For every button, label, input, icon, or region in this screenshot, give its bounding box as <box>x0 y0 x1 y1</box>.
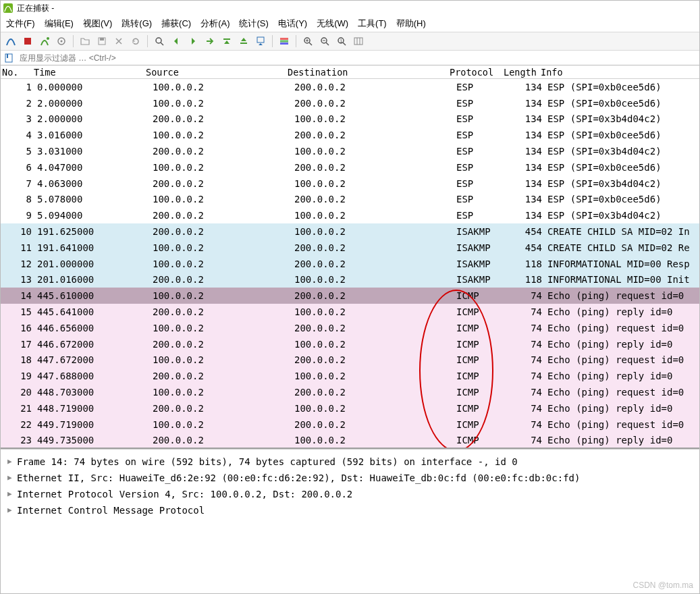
detail-ethernet[interactable]: ▶ Ethernet II, Src: HuaweiTe_d6:2e:92 (0… <box>7 470 693 486</box>
find-packet-button[interactable] <box>152 34 167 49</box>
save-file-button[interactable] <box>95 34 109 49</box>
menu-edit[interactable]: 编辑(E) <box>45 18 74 30</box>
menu-view[interactable]: 视图(V) <box>83 18 112 30</box>
cell-time: 2.000000 <box>34 98 153 109</box>
header-protocol[interactable]: Protocol <box>450 67 504 78</box>
packet-row[interactable]: 18447.672000100.0.0.2200.0.0.2ICMP74Echo… <box>1 352 699 369</box>
cell-destination: 200.0.0.2 <box>294 242 456 253</box>
menu-stats[interactable]: 统计(S) <box>239 18 268 30</box>
packet-row[interactable]: 22.000000100.0.0.2200.0.0.2ESP134ESP (SP… <box>1 95 699 111</box>
packet-row[interactable]: 10.000000100.0.0.2200.0.0.2ESP134ESP (SP… <box>1 79 699 95</box>
cell-time: 191.625000 <box>34 226 153 237</box>
packet-row[interactable]: 21448.719000200.0.0.2100.0.0.2ICMP74Echo… <box>1 400 699 416</box>
display-filter-input[interactable] <box>17 52 699 64</box>
packet-row[interactable]: 32.000000200.0.0.2100.0.0.2ESP134ESP (SP… <box>1 111 699 128</box>
packet-details-pane[interactable]: ▶ Frame 14: 74 bytes on wire (592 bits),… <box>1 449 699 593</box>
cell-time: 446.672000 <box>34 339 153 350</box>
cell-length: 74 <box>510 403 547 414</box>
cell-destination: 100.0.0.2 <box>294 226 456 237</box>
go-first-button[interactable] <box>219 34 234 49</box>
svg-point-3 <box>61 40 63 43</box>
packet-row[interactable]: 20448.703000100.0.0.2200.0.0.2ICMP74Echo… <box>1 384 699 400</box>
menu-help[interactable]: 帮助(H) <box>396 18 426 30</box>
header-no[interactable]: No. <box>1 67 31 78</box>
cell-destination: 100.0.0.2 <box>294 178 456 189</box>
reload-button[interactable] <box>128 34 143 49</box>
header-info[interactable]: Info <box>541 67 699 78</box>
header-source[interactable]: Source <box>146 67 288 78</box>
detail-icmp[interactable]: ▶ Internet Control Message Protocol <box>7 502 693 518</box>
packet-row[interactable]: 12201.000000100.0.0.2200.0.0.2ISAKMP118I… <box>1 256 699 272</box>
detail-ip[interactable]: ▶ Internet Protocol Version 4, Src: 100.… <box>7 486 693 502</box>
zoom-out-button[interactable] <box>317 34 332 49</box>
menu-telephony[interactable]: 电话(Y) <box>278 18 307 30</box>
open-file-button[interactable] <box>78 34 92 49</box>
menu-analyze[interactable]: 分析(A) <box>200 18 230 30</box>
go-next-button[interactable] <box>186 34 200 49</box>
cell-time: 3.031000 <box>34 146 153 157</box>
cell-protocol: ISAKMP <box>456 259 510 269</box>
packet-row[interactable]: 23449.735000200.0.0.2100.0.0.2ICMP74Echo… <box>1 433 699 449</box>
resize-columns-button[interactable] <box>351 34 366 49</box>
cell-info: Echo (ping) request id=0 <box>547 419 699 430</box>
cell-length: 74 <box>510 339 547 350</box>
packet-list[interactable]: 10.000000100.0.0.2200.0.0.2ESP134ESP (SP… <box>1 79 699 449</box>
packet-row[interactable]: 22449.719000100.0.0.2200.0.0.2ICMP74Echo… <box>1 416 699 433</box>
packet-row[interactable]: 15445.641000200.0.0.2100.0.0.2ICMP74Echo… <box>1 304 699 320</box>
expander-icon[interactable]: ▶ <box>7 502 13 518</box>
expander-icon[interactable]: ▶ <box>7 470 13 486</box>
packet-row[interactable]: 14445.610000100.0.0.2200.0.0.2ICMP74Echo… <box>1 288 699 304</box>
menu-file[interactable]: 文件(F) <box>6 18 35 30</box>
header-length[interactable]: Length <box>504 67 541 78</box>
packet-row[interactable]: 11191.641000100.0.0.2200.0.0.2ISAKMP454C… <box>1 240 699 256</box>
restart-capture-button[interactable] <box>37 34 52 49</box>
cell-source: 100.0.0.2 <box>153 323 294 333</box>
packet-row[interactable]: 64.047000100.0.0.2200.0.0.2ESP134ESP (SP… <box>1 159 699 176</box>
menu-goto[interactable]: 跳转(G) <box>122 18 152 30</box>
packet-row[interactable]: 85.078000100.0.0.2200.0.0.2ESP134ESP (SP… <box>1 192 699 208</box>
start-capture-button[interactable] <box>3 34 18 49</box>
detail-frame[interactable]: ▶ Frame 14: 74 bytes on wire (592 bits),… <box>7 454 693 470</box>
cell-no: 14 <box>1 290 34 301</box>
expander-icon[interactable]: ▶ <box>7 486 13 502</box>
cell-length: 118 <box>510 274 547 285</box>
packet-row[interactable]: 53.031000200.0.0.2100.0.0.2ESP134ESP (SP… <box>1 143 699 159</box>
go-prev-button[interactable] <box>169 34 184 49</box>
go-last-button[interactable] <box>236 34 251 49</box>
packet-row[interactable]: 10191.625000200.0.0.2100.0.0.2ISAKMP454C… <box>1 223 699 240</box>
cell-source: 100.0.0.2 <box>153 419 294 430</box>
cell-info: ESP (SPI=0x3b4d04c2) <box>547 210 699 221</box>
cell-source: 200.0.0.2 <box>153 226 294 237</box>
header-destination[interactable]: Destination <box>288 67 450 78</box>
expander-icon[interactable]: ▶ <box>7 454 13 470</box>
menu-wireless[interactable]: 无线(W) <box>317 18 348 30</box>
stop-capture-button[interactable] <box>20 34 35 49</box>
menu-capture[interactable]: 捕获(C) <box>161 18 191 30</box>
packet-row[interactable]: 19447.688000200.0.0.2100.0.0.2ICMP74Echo… <box>1 368 699 384</box>
svg-rect-11 <box>280 38 288 40</box>
menu-tools[interactable]: 工具(T) <box>358 18 387 30</box>
cell-length: 74 <box>510 323 547 333</box>
cell-no: 3 <box>1 113 34 124</box>
capture-options-button[interactable] <box>54 34 69 49</box>
zoom-reset-button[interactable]: 1 <box>334 34 349 49</box>
packet-row[interactable]: 95.094000200.0.0.2100.0.0.2ESP134ESP (SP… <box>1 207 699 223</box>
auto-scroll-button[interactable] <box>253 34 268 49</box>
cell-time: 448.703000 <box>34 387 153 398</box>
packet-row[interactable]: 16446.656000100.0.0.2200.0.0.2ICMP74Echo… <box>1 320 699 336</box>
go-to-packet-button[interactable] <box>203 34 217 49</box>
zoom-in-button[interactable] <box>300 34 315 49</box>
packet-row[interactable]: 74.063000200.0.0.2100.0.0.2ESP134ESP (SP… <box>1 176 699 192</box>
svg-point-1 <box>47 37 49 40</box>
packet-row[interactable]: 43.016000100.0.0.2200.0.0.2ESP134ESP (SP… <box>1 127 699 143</box>
close-file-button[interactable] <box>111 34 126 49</box>
cell-protocol: ESP <box>456 162 510 173</box>
bookmark-filter-icon[interactable] <box>3 53 14 63</box>
cell-source: 100.0.0.2 <box>153 98 294 109</box>
cell-length: 454 <box>510 226 547 237</box>
packet-row[interactable]: 17446.672000200.0.0.2100.0.0.2ICMP74Echo… <box>1 336 699 352</box>
cell-source: 100.0.0.2 <box>153 130 294 140</box>
packet-row[interactable]: 13201.016000200.0.0.2100.0.0.2ISAKMP118I… <box>1 272 699 288</box>
header-time[interactable]: Time <box>31 67 146 78</box>
colorize-button[interactable] <box>277 34 292 49</box>
